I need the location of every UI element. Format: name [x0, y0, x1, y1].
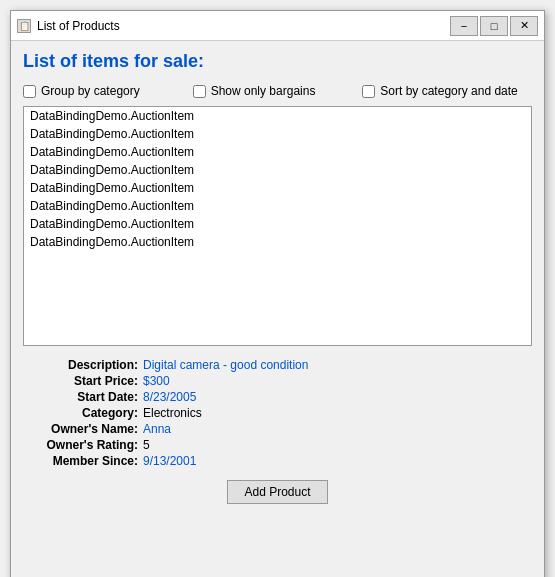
list-item[interactable]: DataBindingDemo.AuctionItem	[24, 197, 531, 215]
start-date-value: 8/23/2005	[143, 390, 196, 404]
group-by-category-text: Group by category	[41, 84, 140, 98]
description-label: Description:	[33, 358, 143, 372]
owners-rating-label: Owner's Rating:	[33, 438, 143, 452]
group-by-category-checkbox[interactable]	[23, 85, 36, 98]
list-item[interactable]: DataBindingDemo.AuctionItem	[24, 143, 531, 161]
owners-name-value: Anna	[143, 422, 171, 436]
list-item[interactable]: DataBindingDemo.AuctionItem	[24, 215, 531, 233]
owners-name-row: Owner's Name: Anna	[33, 422, 522, 436]
details-section: Description: Digital camera - good condi…	[23, 358, 532, 468]
list-item[interactable]: DataBindingDemo.AuctionItem	[24, 107, 531, 125]
show-only-bargains-label[interactable]: Show only bargains	[193, 84, 363, 98]
close-button[interactable]: ✕	[510, 16, 538, 36]
checkboxes-row: Group by category Show only bargains Sor…	[23, 84, 532, 98]
list-item[interactable]: DataBindingDemo.AuctionItem	[24, 179, 531, 197]
sort-by-category-date-text: Sort by category and date	[380, 84, 517, 98]
list-item[interactable]: DataBindingDemo.AuctionItem	[24, 161, 531, 179]
add-product-button[interactable]: Add Product	[227, 480, 327, 504]
main-window: 📋 List of Products − □ ✕ List of items f…	[10, 10, 545, 577]
start-date-row: Start Date: 8/23/2005	[33, 390, 522, 404]
owners-rating-value: 5	[143, 438, 150, 452]
maximize-button[interactable]: □	[480, 16, 508, 36]
start-price-row: Start Price: $300	[33, 374, 522, 388]
group-by-category-label[interactable]: Group by category	[23, 84, 193, 98]
sort-by-category-date-label[interactable]: Sort by category and date	[362, 84, 532, 98]
start-price-value: $300	[143, 374, 170, 388]
category-value: Electronics	[143, 406, 202, 420]
title-bar: 📋 List of Products − □ ✕	[11, 11, 544, 41]
window-title: List of Products	[37, 19, 450, 33]
category-row: Category: Electronics	[33, 406, 522, 420]
owners-rating-row: Owner's Rating: 5	[33, 438, 522, 452]
button-row: Add Product	[23, 480, 532, 514]
member-since-value: 9/13/2001	[143, 454, 196, 468]
description-row: Description: Digital camera - good condi…	[33, 358, 522, 372]
owners-name-label: Owner's Name:	[33, 422, 143, 436]
category-label: Category:	[33, 406, 143, 420]
window-controls: − □ ✕	[450, 16, 538, 36]
show-only-bargains-text: Show only bargains	[211, 84, 316, 98]
description-value: Digital camera - good condition	[143, 358, 308, 372]
sort-by-category-date-checkbox[interactable]	[362, 85, 375, 98]
products-list[interactable]: DataBindingDemo.AuctionItemDataBindingDe…	[23, 106, 532, 346]
start-price-label: Start Price:	[33, 374, 143, 388]
minimize-button[interactable]: −	[450, 16, 478, 36]
show-only-bargains-checkbox[interactable]	[193, 85, 206, 98]
page-title: List of items for sale:	[23, 51, 532, 72]
start-date-label: Start Date:	[33, 390, 143, 404]
window-icon: 📋	[17, 19, 31, 33]
list-item[interactable]: DataBindingDemo.AuctionItem	[24, 125, 531, 143]
list-item[interactable]: DataBindingDemo.AuctionItem	[24, 233, 531, 251]
window-content: List of items for sale: Group by categor…	[11, 41, 544, 524]
member-since-row: Member Since: 9/13/2001	[33, 454, 522, 468]
member-since-label: Member Since:	[33, 454, 143, 468]
